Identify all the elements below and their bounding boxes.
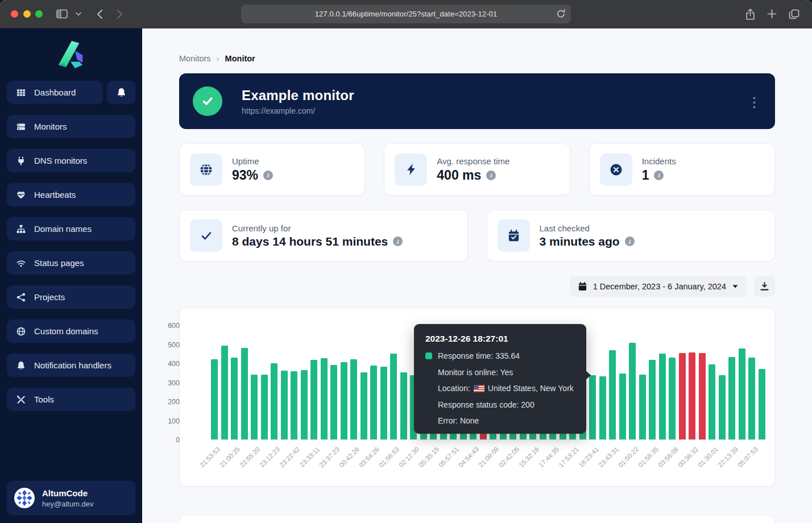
chart-bar[interactable]: [639, 375, 646, 439]
sidebar-item-domain-names[interactable]: Domain names: [7, 217, 135, 240]
minimize-window-button[interactable]: [23, 10, 31, 18]
back-button[interactable]: [96, 9, 103, 19]
chart-bar[interactable]: [619, 373, 626, 439]
date-range-picker[interactable]: 1 December, 2023 - 6 January, 2024: [570, 276, 747, 297]
chart-bar-offline[interactable]: [689, 352, 695, 439]
chart-bar[interactable]: [310, 360, 317, 439]
chart-x-axis: 21:53:5321:00:2522:55:2023:12:2323:22:42…: [211, 445, 765, 479]
chart-bar[interactable]: [341, 362, 347, 439]
chart-bar[interactable]: [759, 369, 765, 439]
chart-bar[interactable]: [361, 372, 367, 439]
sidebar-chevron-down-icon[interactable]: [76, 12, 81, 16]
chart-bar[interactable]: [659, 354, 666, 439]
monitor-url[interactable]: https://example.com/: [242, 106, 354, 115]
chart-bar[interactable]: [221, 346, 228, 439]
zoom-window-button[interactable]: [35, 10, 43, 18]
info-icon[interactable]: i: [486, 171, 496, 180]
chart-bar[interactable]: [589, 375, 596, 439]
share-icon[interactable]: [745, 9, 755, 20]
chart-bar[interactable]: [281, 371, 288, 439]
x-axis-tick-label: 01:30:01: [697, 446, 719, 468]
info-icon[interactable]: i: [393, 236, 403, 246]
chart-bar[interactable]: [669, 358, 676, 439]
sidebar-item-custom-domains[interactable]: Custom domains: [7, 319, 135, 343]
status-row: Currently up for 8 days 14 hours 51 minu…: [179, 210, 775, 262]
chart-bar[interactable]: [321, 358, 328, 439]
sidebar-item-label: Heartbeats: [34, 190, 76, 200]
app-logo[interactable]: [7, 36, 135, 81]
chart-bar[interactable]: [211, 359, 218, 439]
chart-bar[interactable]: [301, 370, 308, 439]
x-axis-tick-label: 01:50:22: [617, 446, 640, 468]
breadcrumb-current: Monitor: [225, 54, 255, 63]
sidebar-item-heartbeats[interactable]: Heartbeats: [7, 183, 135, 206]
sidebar-item-label: Tools: [34, 395, 54, 404]
chart-bar[interactable]: [350, 359, 357, 439]
x-axis-tick-label: 01:58:35: [637, 446, 660, 468]
reload-icon[interactable]: [557, 9, 565, 18]
chart-bar[interactable]: [719, 375, 726, 439]
close-window-button[interactable]: [11, 10, 18, 18]
monitor-options-kebab-icon[interactable]: [751, 94, 758, 111]
y-axis-tick-label: 600: [156, 322, 180, 330]
avg-response-time-value: 400 ms: [437, 168, 481, 183]
chart-bar[interactable]: [261, 375, 268, 439]
chart-bar[interactable]: [400, 372, 407, 439]
chart-bar[interactable]: [748, 358, 755, 439]
breadcrumb-monitors-link[interactable]: Monitors: [179, 54, 211, 63]
chart-bar[interactable]: [241, 348, 248, 439]
chart-bar[interactable]: [271, 363, 277, 439]
notifications-button[interactable]: [107, 81, 135, 104]
download-chart-button[interactable]: [754, 276, 775, 297]
y-axis-tick-label: 100: [156, 417, 180, 425]
chart-bar[interactable]: [728, 357, 735, 439]
sidebar-toggle-icon[interactable]: [56, 9, 68, 19]
chart-bar[interactable]: [709, 364, 715, 439]
tab-overview-icon[interactable]: [789, 9, 799, 19]
address-bar[interactable]: 127.0.0.1/66uptime/monitor/25?start_date…: [241, 5, 571, 23]
sidebar-item-notification-handlers[interactable]: Notification handlers: [7, 354, 135, 377]
chart-bar[interactable]: [649, 360, 656, 439]
sidebar-item-dns-monitors[interactable]: DNS monitors: [7, 149, 135, 172]
tooltip-timestamp: 2023-12-26 18:27:01: [425, 334, 575, 344]
browser-window: 127.0.0.1/66uptime/monitor/25?start_date…: [0, 0, 812, 523]
browser-titlebar: 127.0.0.1/66uptime/monitor/25?start_date…: [0, 0, 812, 28]
download-icon: [760, 282, 769, 290]
chart-bar[interactable]: [609, 350, 616, 439]
chart-bar[interactable]: [599, 376, 606, 439]
new-tab-icon[interactable]: [767, 9, 777, 19]
chart-bar[interactable]: [291, 371, 297, 439]
sidebar-item-dashboard[interactable]: Dashboard: [7, 81, 103, 104]
chart-bar-offline[interactable]: [679, 353, 686, 439]
x-axis-tick-label: 18:23:41: [577, 446, 600, 468]
x-axis-tick-label: 00:42:26: [338, 446, 361, 468]
circle-xmark-icon: [600, 153, 632, 186]
chart-bar[interactable]: [330, 365, 337, 439]
x-axis-tick-label: 00:36:32: [677, 446, 699, 468]
tooltip-response-time: Response time: 335.64: [438, 351, 520, 360]
tooltip-status-code: Response status code: 200: [425, 400, 575, 409]
chart-bar[interactable]: [390, 354, 397, 439]
info-icon[interactable]: i: [263, 171, 273, 180]
chart-bar[interactable]: [370, 366, 377, 439]
sidebar-item-tools[interactable]: Tools: [7, 388, 135, 411]
info-icon[interactable]: i: [625, 236, 635, 246]
y-axis-tick-label: 500: [156, 341, 180, 349]
chart-bar[interactable]: [231, 358, 238, 439]
chart-bar[interactable]: [739, 348, 745, 439]
sidebar-item-monitors[interactable]: Monitors: [7, 115, 135, 138]
chart-bar[interactable]: [629, 343, 636, 439]
chart-bar[interactable]: [380, 367, 387, 439]
table-cells-icon: [16, 88, 26, 97]
sidebar-item-status-pages[interactable]: Status pages: [7, 251, 135, 275]
sidebar-item-projects[interactable]: Projects: [7, 285, 135, 309]
user-email: hey@altum.dev: [42, 500, 94, 508]
x-axis-tick-label: 23:43:31: [597, 446, 620, 468]
forward-button[interactable]: [117, 9, 123, 19]
info-icon[interactable]: i: [654, 171, 664, 180]
user-account-card[interactable]: AltumCode hey@altum.dev: [7, 481, 135, 515]
x-axis-tick-label: 05:57:51: [438, 446, 461, 468]
chart-bar[interactable]: [251, 375, 258, 439]
chart-bar-offline[interactable]: [699, 353, 706, 439]
x-axis-tick-label: 04:54:43: [458, 446, 480, 468]
